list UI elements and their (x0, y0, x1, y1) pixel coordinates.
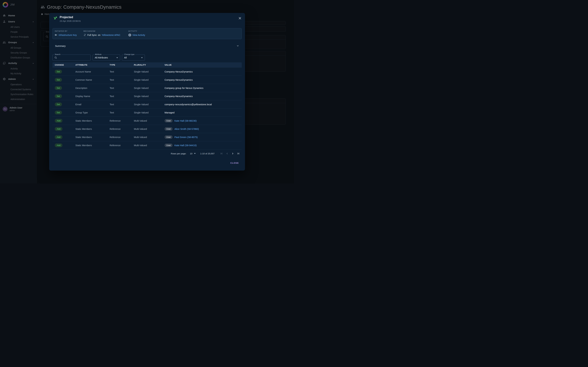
cell-attribute: Static Members (75, 119, 110, 122)
rows-per-page-select[interactable]: 10 (190, 152, 196, 155)
dropdown-caret-icon (141, 57, 143, 58)
change-table-body: Set Account Name Text Single-Valued Comp… (52, 68, 242, 150)
initiation-info-panel: INITIATED BY Infrastructure Key MECHANIS… (52, 28, 242, 39)
value-text: Company-NexusDynamics (164, 79, 193, 81)
mechanism-label: MECHANISM (83, 30, 121, 32)
cell-plurality: Single-Valued (134, 103, 164, 106)
cell-attribute: Email (75, 103, 110, 106)
cell-plurality: Single-Valued (134, 79, 164, 81)
value-link[interactable]: Alice Smith (S8-57860) (174, 128, 199, 130)
activity-label: ACTIVITY (128, 30, 145, 32)
cell-type: Text (110, 70, 134, 73)
summary-label: Summary (55, 44, 66, 47)
user-chip: User (164, 135, 173, 139)
key-icon (55, 33, 58, 36)
table-row: Set Group Type Text Single-Valued Manage… (52, 108, 242, 117)
user-chip: User (164, 127, 173, 131)
change-badge: Set (55, 78, 62, 82)
cell-plurality: Single-Valued (134, 111, 164, 114)
cell-attribute: Static Members (75, 136, 110, 139)
change-badge: Set (55, 111, 62, 114)
table-row: Set Email Text Single-Valued company-nex… (52, 100, 242, 108)
cell-type: Text (110, 95, 134, 98)
mechanism-value: Full Sync (87, 34, 97, 36)
change-table-header: CHANGE ATTRIBUTE TYPE PLURALITY VALUE (52, 62, 242, 68)
change-badge: Set (55, 70, 62, 74)
table-row: Set Display Name Text Single-Valued Comp… (52, 92, 242, 100)
chevron-down-icon (236, 44, 239, 48)
cell-type: Reference (110, 144, 134, 147)
cell-plurality: Single-Valued (134, 87, 164, 89)
table-search-field[interactable]: Search (52, 55, 91, 61)
value-text: Company group for Nexus Dynamics (164, 87, 203, 89)
cell-value: UserKate Hall (S8-94410) (164, 143, 242, 147)
cell-value: Company-NexusDynamics (164, 95, 242, 98)
dialog-title: Projected (60, 16, 73, 19)
dropdown-caret-icon (194, 153, 196, 154)
attribute-select-value: All Attributes (93, 56, 108, 59)
table-row: Set Description Text Single-Valued Compa… (52, 84, 242, 92)
cell-type: Text (110, 87, 134, 89)
next-page-button[interactable] (230, 151, 235, 156)
cell-attribute: Common Name (75, 79, 110, 81)
cell-type: Reference (110, 128, 134, 130)
cell-type: Reference (110, 136, 134, 139)
cell-plurality: Multi-Valued (134, 144, 164, 147)
pagination-range: 1-10 of 20,007 (200, 152, 215, 155)
table-row: Set Common Name Text Single-Valued Compa… (52, 76, 242, 84)
change-badge: Set (55, 102, 62, 106)
change-table: CHANGE ATTRIBUTE TYPE PLURALITY VALUE Se… (52, 62, 242, 150)
cell-value: Company-NexusDynamics (164, 70, 242, 73)
cell-plurality: Multi-Valued (134, 128, 164, 130)
cell-value: Managed (164, 111, 242, 114)
change-badge: Set (55, 86, 62, 90)
table-row: Add Static Members Reference Multi-Value… (52, 133, 242, 141)
previous-page-button[interactable] (224, 151, 230, 156)
cell-attribute: Static Members (75, 128, 110, 130)
cell-value: company-nexusdynamics@yellowstone.local (164, 103, 242, 106)
cell-attribute: Static Members (75, 144, 110, 147)
table-row: Add Static Members Reference Multi-Value… (52, 125, 242, 133)
initiated-by-link[interactable]: Infrastructure Key (59, 34, 77, 36)
value-link[interactable]: Kate Hall (S8-88230) (174, 119, 197, 122)
user-chip: User (164, 119, 173, 122)
cell-plurality: Multi-Valued (134, 136, 164, 139)
cell-plurality: Single-Valued (134, 95, 164, 98)
change-type-select[interactable]: Change type All (122, 55, 145, 61)
cell-value: UserAlice Smith (S8-57860) (164, 127, 242, 131)
mechanism-connector: on (98, 34, 101, 36)
user-chip: User (164, 143, 173, 147)
close-icon[interactable] (238, 16, 242, 20)
value-text: Managed (164, 111, 174, 114)
dropdown-caret-icon (116, 57, 118, 58)
summary-accordion[interactable]: Summary (52, 43, 242, 48)
projected-change-dialog: Projected 23 Apr 2026 19:08:01 INITIATED… (49, 13, 245, 171)
attribute-select[interactable]: Attribute All Attributes (93, 55, 120, 61)
play-icon (128, 33, 131, 36)
cell-type: Text (110, 103, 134, 106)
pagination-bar: Rows per page: 10 1-10 of 20,007 (171, 150, 241, 157)
rows-per-page-label: Rows per page: (171, 152, 186, 155)
table-row: Add Static Members Reference Multi-Value… (52, 141, 242, 150)
branch-projected-icon (53, 16, 58, 20)
initiated-by-label: INITIATED BY (55, 30, 77, 32)
value-text: company-nexusdynamics@yellowstone.local (164, 103, 212, 106)
change-badge: Add (55, 127, 62, 131)
cell-type: Reference (110, 119, 134, 122)
search-input[interactable] (59, 55, 89, 60)
close-button[interactable]: CLOSE (229, 161, 240, 165)
table-row: Add Static Members Reference Multi-Value… (52, 117, 242, 125)
view-activity-link[interactable]: View Activity (132, 34, 145, 36)
value-link[interactable]: Kate Hall (S8-94410) (174, 144, 197, 147)
cell-attribute: Account Name (75, 70, 110, 73)
first-page-button[interactable] (219, 151, 224, 156)
mechanism-target-link[interactable]: Yellowstone APAC (102, 34, 120, 36)
change-badge: Add (55, 119, 62, 123)
search-icon (54, 56, 57, 59)
last-page-button[interactable] (235, 151, 241, 156)
cell-attribute: Display Name (75, 95, 110, 98)
cell-attribute: Group Type (75, 111, 110, 114)
value-text: Company-NexusDynamics (164, 95, 193, 98)
screen: JIM Home Users ▲ All Users People Servic… (0, 0, 294, 184)
value-link[interactable]: Paul Green (S8-8075) (174, 136, 198, 139)
